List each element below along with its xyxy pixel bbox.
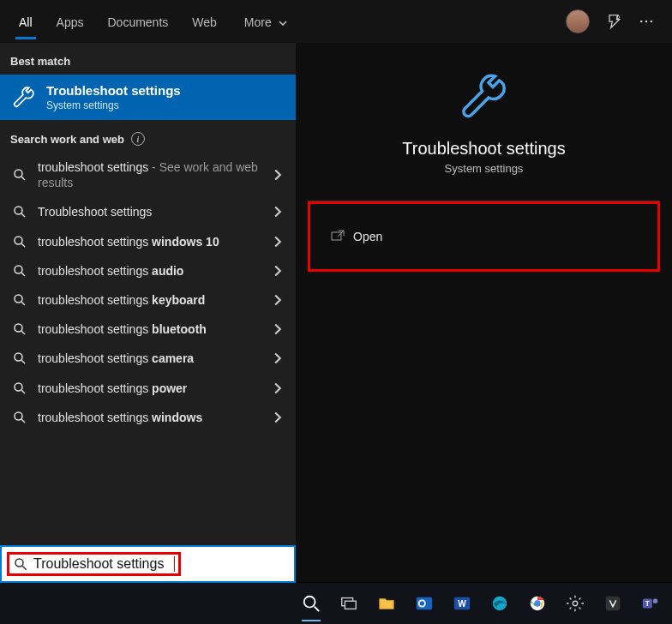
text-cursor <box>174 556 175 572</box>
preview-subtitle: System settings <box>445 162 524 175</box>
taskbar-word[interactable]: W <box>447 589 477 618</box>
svg-point-25 <box>304 597 315 608</box>
svg-point-12 <box>15 295 22 303</box>
svg-point-18 <box>15 383 22 391</box>
svg-point-1 <box>640 21 643 23</box>
svg-point-36 <box>573 601 578 606</box>
suggestion-text: troubleshoot settings - See work and web… <box>38 159 261 190</box>
tab-all[interactable]: All <box>9 5 43 38</box>
suggestion-prefix: troubleshoot settings <box>38 293 152 307</box>
more-options-icon[interactable] <box>638 13 655 30</box>
preview-title: Troubleshoot settings <box>402 139 565 159</box>
search-icon <box>12 381 27 396</box>
svg-text:W: W <box>458 599 466 609</box>
search-suggestion[interactable]: troubleshoot settings bluetooth <box>0 315 296 344</box>
search-suggestion[interactable]: troubleshoot settings - See work and web… <box>0 153 296 197</box>
suggestion-text: troubleshoot settings audio <box>38 263 261 279</box>
tab-web[interactable]: Web <box>182 5 227 38</box>
taskbar-taskview[interactable] <box>334 589 363 618</box>
highlighted-search-input <box>7 552 181 576</box>
svg-point-40 <box>653 599 658 604</box>
best-match-text: Troubleshoot settings System settings <box>46 83 181 111</box>
search-icon <box>12 410 27 425</box>
search-icon <box>12 204 27 219</box>
search-suggestion[interactable]: troubleshoot settings keyboard <box>0 285 296 315</box>
taskbar: W T <box>0 583 672 624</box>
svg-point-14 <box>15 324 22 332</box>
taskbar-icons: W T <box>290 589 672 618</box>
suggestion-prefix: troubleshoot settings <box>38 322 152 336</box>
search-suggestion[interactable]: troubleshoot settings windows 10 <box>0 227 296 256</box>
search-suggestion[interactable]: troubleshoot settings camera <box>0 344 296 373</box>
search-header: All Apps Documents Web More <box>0 0 672 43</box>
svg-point-16 <box>15 353 22 361</box>
suggestion-bold: power <box>152 381 187 395</box>
search-icon <box>13 556 28 572</box>
taskbar-app[interactable] <box>598 589 627 618</box>
search-icon <box>12 234 27 249</box>
svg-point-8 <box>15 237 22 244</box>
svg-point-2 <box>645 21 648 23</box>
tab-documents[interactable]: Documents <box>97 5 178 38</box>
svg-line-11 <box>21 273 25 276</box>
chevron-right-icon <box>272 265 284 277</box>
tab-apps[interactable]: Apps <box>46 5 94 38</box>
taskbar-chrome[interactable] <box>523 589 552 618</box>
suggestion-prefix: troubleshoot settings <box>38 411 152 424</box>
chevron-right-icon <box>272 411 284 423</box>
search-suggestion[interactable]: troubleshoot settings audio <box>0 256 296 285</box>
chevron-right-icon <box>272 382 284 394</box>
suggestion-prefix: troubleshoot settings <box>38 381 152 395</box>
suggestion-bold: keyboard <box>152 293 205 307</box>
info-icon[interactable]: i <box>131 132 145 146</box>
taskbar-explorer[interactable] <box>372 589 401 618</box>
suggestion-prefix: Troubleshoot settings <box>38 205 152 219</box>
taskbar-settings[interactable] <box>561 589 590 618</box>
tab-more-label: More <box>244 15 272 29</box>
svg-line-17 <box>21 361 25 364</box>
open-action[interactable]: Open <box>322 223 391 250</box>
search-box[interactable] <box>0 545 296 583</box>
highlighted-open-action: Open <box>308 201 660 272</box>
taskbar-search[interactable] <box>297 589 326 618</box>
filter-tabs: All Apps Documents Web More <box>9 5 566 38</box>
best-match-subtitle: System settings <box>46 99 181 111</box>
preview-header: Troubleshoot settings System settings <box>308 55 660 201</box>
search-suggestion[interactable]: troubleshoot settings windows <box>0 403 296 432</box>
svg-point-20 <box>15 412 22 420</box>
svg-line-5 <box>21 177 25 180</box>
chevron-right-icon <box>272 294 284 306</box>
suggestion-text: troubleshoot settings windows 10 <box>38 234 261 249</box>
search-icon <box>12 167 27 183</box>
feedback-icon[interactable] <box>605 13 622 30</box>
search-body: Best match Troubleshoot settings System … <box>0 43 672 582</box>
best-match-label: Best match <box>0 43 296 75</box>
user-avatar[interactable] <box>566 9 590 33</box>
svg-point-6 <box>15 207 22 214</box>
best-match-title: Troubleshoot settings <box>46 83 181 98</box>
svg-line-13 <box>21 302 25 305</box>
svg-rect-22 <box>332 232 341 240</box>
search-suggestion[interactable]: Troubleshoot settings <box>0 197 296 226</box>
suggestion-bold: camera <box>152 351 194 365</box>
best-match-item[interactable]: Troubleshoot settings System settings <box>0 75 296 120</box>
suggestion-text: troubleshoot settings power <box>38 381 261 396</box>
chevron-right-icon <box>272 206 284 218</box>
svg-point-4 <box>15 170 22 177</box>
suggestion-bold: windows 10 <box>152 235 219 249</box>
taskbar-teams[interactable]: T <box>636 589 665 618</box>
chevron-right-icon <box>272 169 284 181</box>
taskbar-outlook[interactable] <box>410 589 439 618</box>
suggestion-prefix: troubleshoot settings <box>38 264 152 278</box>
svg-line-7 <box>21 214 25 218</box>
results-panel: Best match Troubleshoot settings System … <box>0 43 296 582</box>
svg-line-26 <box>315 607 320 612</box>
search-suggestion[interactable]: troubleshoot settings power <box>0 374 296 403</box>
search-web-label-text: Search work and web <box>10 133 124 146</box>
chevron-down-icon <box>279 19 287 27</box>
svg-line-21 <box>21 419 25 423</box>
svg-line-19 <box>21 390 25 393</box>
search-input[interactable] <box>33 556 171 572</box>
taskbar-edge[interactable] <box>485 589 514 618</box>
tab-more[interactable]: More <box>234 5 297 38</box>
